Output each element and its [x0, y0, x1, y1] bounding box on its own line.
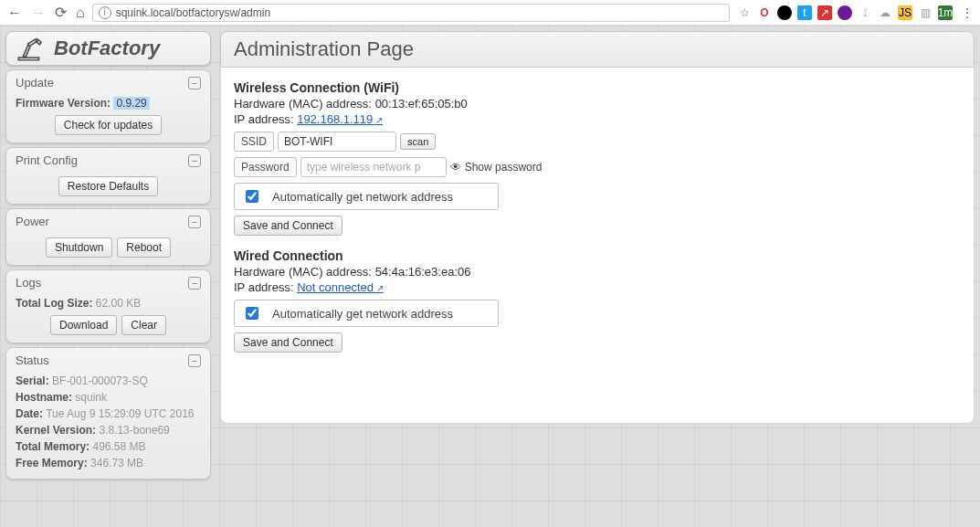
- main-area: Administration Page Wireless Connection …: [220, 31, 975, 424]
- wifi-mac-label: Hardware (MAC) address:: [234, 97, 372, 111]
- ext-icon[interactable]: ⟟: [858, 5, 872, 20]
- wired-mac-value: 54:4a:16:e3:ea:06: [375, 265, 471, 279]
- panel-print-config: Print Config – Restore Defaults: [5, 147, 211, 205]
- logo-text: BotFactory: [54, 37, 160, 60]
- panel-title: Power: [16, 215, 49, 228]
- page-body: BotFactory Update – Firmware Version: 0.…: [0, 26, 980, 527]
- free-mem-label: Free Memory:: [16, 457, 88, 469]
- eye-icon: 👁: [450, 161, 461, 174]
- date-label: Date:: [16, 407, 43, 420]
- free-mem-value: 346.73 MB: [90, 457, 143, 469]
- wifi-ip-link[interactable]: 192.168.1.119: [297, 112, 383, 126]
- wired-ip-label: IP address:: [234, 280, 294, 294]
- url-text: squink.local/botfactorysw/admin: [116, 6, 270, 19]
- total-mem-label: Total Memory:: [16, 440, 90, 453]
- panel-power: Power – Shutdown Reboot: [5, 208, 211, 266]
- panel-title: Status: [16, 353, 49, 367]
- home-icon[interactable]: ⌂: [76, 5, 85, 20]
- wifi-dhcp-label: Automatically get network address: [272, 190, 453, 204]
- ext-icon[interactable]: 1m: [938, 5, 953, 20]
- serial-label: Serial:: [16, 374, 49, 387]
- ext-icon[interactable]: [777, 5, 792, 20]
- wired-heading: Wired Connection: [234, 248, 961, 263]
- password-input[interactable]: [300, 157, 447, 177]
- wired-section: Wired Connection Hardware (MAC) address:…: [234, 248, 961, 353]
- ext-icon[interactable]: JS: [898, 5, 912, 20]
- page-title: Administration Page: [220, 31, 975, 68]
- clear-logs-button[interactable]: Clear: [121, 315, 166, 335]
- panel-title: Update: [16, 76, 54, 90]
- ext-icon[interactable]: ↗: [817, 5, 832, 20]
- download-logs-button[interactable]: Download: [50, 315, 117, 335]
- wifi-heading: Wireless Connection (WiFi): [234, 80, 961, 95]
- ext-icon[interactable]: ☁: [878, 5, 892, 20]
- ext-icon[interactable]: O: [757, 5, 772, 20]
- wifi-save-button[interactable]: Save and Connect: [234, 216, 342, 236]
- kernel-label: Kernel Version:: [16, 424, 96, 437]
- chrome-menu-icon[interactable]: ⋮: [958, 5, 973, 20]
- bookmark-star-icon[interactable]: ☆: [737, 5, 752, 20]
- total-mem-value: 496.58 MB: [92, 440, 145, 453]
- scan-button[interactable]: scan: [400, 133, 436, 150]
- panel-update: Update – Firmware Version: 0.9.29 Check …: [5, 69, 211, 143]
- wifi-mac-value: 00:13:ef:65:05:b0: [375, 97, 468, 111]
- collapse-icon[interactable]: –: [188, 277, 201, 290]
- wired-save-button[interactable]: Save and Connect: [234, 332, 342, 353]
- collapse-icon[interactable]: –: [188, 354, 201, 367]
- date-value: Tue Aug 9 15:29:09 UTC 2016: [46, 407, 194, 420]
- logo-card: BotFactory: [5, 31, 211, 66]
- show-password-label: Show password: [465, 161, 543, 174]
- browser-toolbar: ← → ⟳ ⌂ i squink.local/botfactorysw/admi…: [0, 0, 980, 26]
- firmware-version: 0.9.29: [113, 97, 149, 110]
- check-updates-button[interactable]: Check for updates: [55, 115, 162, 135]
- wifi-ip-label: IP address:: [234, 112, 294, 126]
- collapse-icon[interactable]: –: [188, 216, 201, 228]
- firmware-label: Firmware Version:: [16, 97, 111, 110]
- ssid-input[interactable]: [278, 132, 396, 152]
- wired-dhcp-label: Automatically get network address: [272, 307, 453, 321]
- panel-title: Print Config: [16, 153, 78, 167]
- reboot-button[interactable]: Reboot: [117, 237, 171, 258]
- panel-title: Logs: [16, 276, 41, 290]
- address-bar[interactable]: i squink.local/botfactorysw/admin: [92, 4, 730, 22]
- panel-status: Status – Serial: BF-001-000073-SQ Hostna…: [5, 347, 211, 480]
- wifi-dhcp-row[interactable]: Automatically get network address: [234, 183, 499, 210]
- ssid-label: SSID: [234, 132, 274, 152]
- browser-nav: ← → ⟳ ⌂: [7, 5, 85, 20]
- ext-icon[interactable]: ▥: [918, 5, 933, 20]
- wifi-dhcp-checkbox[interactable]: [246, 190, 258, 203]
- show-password-toggle[interactable]: 👁 Show password: [450, 161, 543, 174]
- log-size-value: 62.00 KB: [96, 297, 141, 310]
- browser-extensions: ☆ O t ↗ ⟟ ☁ JS ▥ 1m ⋮: [737, 5, 973, 20]
- content: Wireless Connection (WiFi) Hardware (MAC…: [220, 68, 975, 424]
- ext-icon[interactable]: [838, 5, 852, 20]
- wifi-section: Wireless Connection (WiFi) Hardware (MAC…: [234, 80, 961, 236]
- password-label: Password: [234, 157, 297, 177]
- serial-value: BF-001-000073-SQ: [52, 374, 148, 387]
- log-size-label: Total Log Size:: [16, 297, 92, 310]
- shutdown-button[interactable]: Shutdown: [46, 237, 112, 258]
- site-info-icon[interactable]: i: [99, 6, 111, 19]
- robot-arm-icon: [16, 36, 47, 61]
- ext-icon[interactable]: t: [797, 5, 812, 20]
- hostname-value: squink: [75, 391, 107, 404]
- wired-mac-label: Hardware (MAC) address:: [234, 265, 372, 279]
- panel-logs: Logs – Total Log Size: 62.00 KB Download…: [5, 269, 211, 343]
- back-icon[interactable]: ←: [7, 5, 22, 20]
- collapse-icon[interactable]: –: [188, 77, 201, 90]
- wired-ip-link[interactable]: Not connected: [297, 280, 384, 294]
- sidebar: BotFactory Update – Firmware Version: 0.…: [5, 31, 211, 480]
- hostname-label: Hostname:: [16, 391, 72, 404]
- forward-icon[interactable]: →: [31, 5, 46, 20]
- restore-defaults-button[interactable]: Restore Defaults: [58, 176, 158, 196]
- reload-icon[interactable]: ⟳: [55, 5, 67, 20]
- wired-dhcp-row[interactable]: Automatically get network address: [234, 300, 499, 327]
- kernel-value: 3.8.13-bone69: [99, 424, 169, 437]
- collapse-icon[interactable]: –: [188, 154, 201, 167]
- wired-dhcp-checkbox[interactable]: [246, 307, 258, 320]
